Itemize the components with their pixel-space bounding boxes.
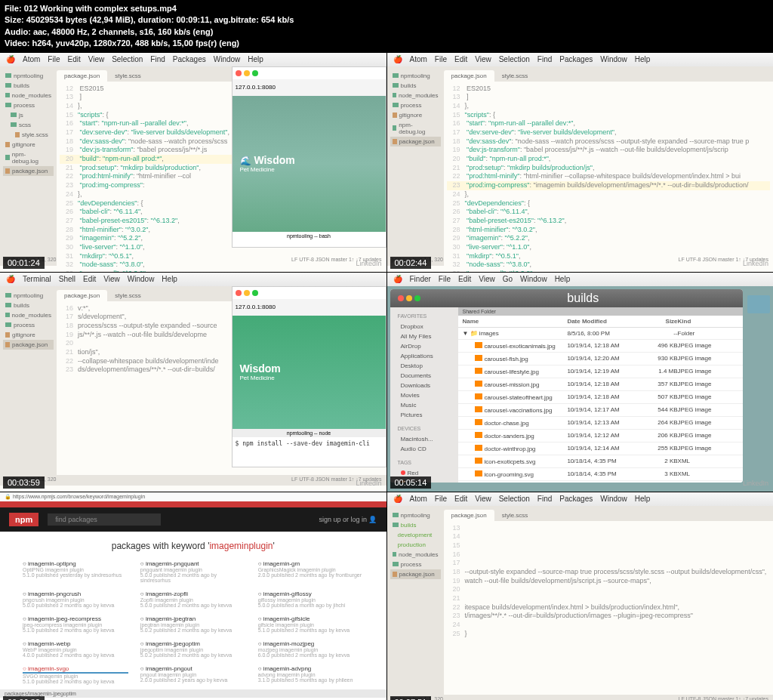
desktop-folder-icon[interactable] [747,295,770,313]
linkedin-watermark: LinkedIn [356,260,381,267]
size-line: Size: 45029534 bytes (42,94 MiB), durati… [5,14,768,26]
atom-menubar[interactable]: 🍎AtomFileEditViewSelectionFindPackagesWi… [0,53,386,66]
atom-menubar[interactable]: 🍎AtomFileEditViewSelectionFindPackagesWi… [387,53,774,66]
npm-package[interactable]: ○ imagemin-webpWebP imagemin plugin4.0.0… [23,640,128,658]
signup-link[interactable]: sign up or log in 👤 [319,516,377,523]
npm-package[interactable]: ○ imagemin-jpeg-recompressjpeg-recompres… [23,615,128,633]
npm-logo[interactable]: npm [9,513,38,526]
npm-package[interactable]: ○ imagemin-zopfliZopfli imagemin plugin5… [140,591,246,608]
browser-window[interactable]: 127.0.0.1:8080 🌊 WisdomPet Medicine npmt… [232,66,386,248]
npm-package[interactable]: ○ imagemin-pngcrushpngcrush imagemin plu… [23,591,128,608]
folder-icon [5,73,11,78]
video-line: Video: h264, yuv420p, 1280x720, 488 kb/s… [5,38,768,49]
file-info-header: File: 012 Working with complex setups.mp… [0,0,773,53]
finder-file-list[interactable]: Shared Folder NameDate ModifiedSizeKind … [458,307,744,483]
npm-page-title: packages with keyword 'imageminplugin' [23,541,364,551]
npm-package[interactable]: ○ imagemin-svgoSVGO imagemin plugin5.1.0… [23,665,128,684]
timestamp: 00:01:24 [3,257,45,269]
npm-package[interactable]: ○ imagemin-optipngOptiPNG imagemin plugi… [23,560,128,583]
terminal-menubar[interactable]: 🍎TerminalShellEditViewWindowHelp [0,273,386,286]
url-bar[interactable]: 127.0.0.1:8080 [236,84,276,91]
code-editor[interactable]: 131415161718--output-style expanded --so… [444,521,774,642]
npm-package[interactable]: ○ imagemin-mozjpegmozjpeg imagemin plugi… [258,640,364,658]
search-input[interactable]: find packages [48,513,161,526]
sidebar-project[interactable]: npmtooling [3,71,54,81]
atom-menubar[interactable]: 🍎AtomFileEditViewSelectionFindPackagesWi… [387,492,774,506]
file-line: File: 012 Working with complex setups.mp… [5,3,768,14]
npm-package[interactable]: ○ imagemin-gmGraphicsMagick imagemin plu… [258,560,364,583]
terminal-command[interactable]: $ npm install --save-dev imagemin-cli [233,437,386,450]
finder-sidebar[interactable]: FAVORITES DropboxAll My FilesAirDropAppl… [390,307,458,483]
npm-page[interactable]: 🔒 https://www.npmjs.com/browse/keyword/i… [0,492,386,700]
finder-toolbar[interactable]: builds [390,289,744,307]
npm-package[interactable]: ○ imagemin-advpngadvpng imagemin plugin3… [258,665,364,684]
browser-window[interactable]: 127.0.0.1:8080 WisdomPet Medicine npmtoo… [232,286,386,467]
npm-package[interactable]: ○ imagemin-pngquantpngquant imagemin plu… [140,560,246,583]
hero-image: 🌊 WisdomPet Medicine [233,96,386,232]
npm-package[interactable]: ○ imagemin-giflossygiflossy imagemin plu… [258,591,364,608]
finder-menubar[interactable]: 🍎FinderFileEditViewGoWindowHelp [387,273,774,286]
audio-line: Audio: aac, 48000 Hz, 2 channels, s16, 1… [5,26,768,38]
npm-package[interactable]: ○ imagemin-jpegtranjpegtran imagemin plu… [140,615,246,633]
code-editor[interactable]: 12 ES201513 ]14},15"scripts": {16 "start… [444,82,774,272]
wisdom-logo: 🌊 WisdomPet Medicine [240,154,295,173]
tab-package-json[interactable]: package.json [57,70,107,82]
npm-package[interactable]: ○ imagemin-pngoutpngout imagemin plugin2… [140,665,246,684]
atom-sidebar[interactable]: npmtooling builds node_modules process j… [0,66,57,255]
npm-package[interactable]: ○ imagemin-gifsiclegifsicle imagemin plu… [258,615,364,633]
atom-sidebar[interactable]: npmtooling builds node_modules process g… [387,66,444,255]
npm-package[interactable]: ○ imagemin-jpegoptimjpegoptim imagemin p… [140,640,246,658]
